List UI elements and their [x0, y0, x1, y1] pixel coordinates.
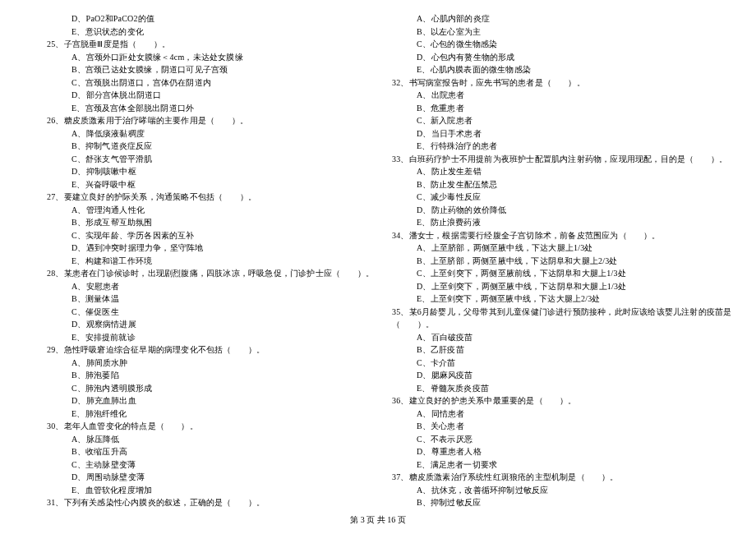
answer-option: B、防止发生配伍禁忌 [382, 178, 719, 191]
answer-option: A、抗休克，改善循环抑制过敏反应 [382, 484, 719, 497]
answer-option: C、新入院患者 [382, 114, 719, 127]
question-text: 27、要建立良好的护际关系，沟通策略不包括（ ）。 [37, 191, 357, 204]
answer-option: A、百白破疫苗 [382, 331, 719, 344]
answer-option: A、上至脐部，两侧至腋中线，下达大腿上1/3处 [382, 242, 719, 255]
answer-option: D、当日手术患者 [382, 127, 719, 140]
answer-option: D、上至剑突下，两侧至腋中线，下达阴阜和大腿上1/3处 [382, 280, 719, 293]
answer-option: E、安排提前就诊 [37, 331, 357, 344]
answer-option: A、宫颈外口距处女膜缘＜4cm，未达处女膜缘 [37, 51, 357, 64]
answer-option: D、周围动脉壁变薄 [37, 471, 357, 484]
answer-option: B、收缩压升高 [37, 445, 357, 458]
answer-option: B、形成互帮互助氛围 [37, 216, 357, 229]
right-column: A、心肌内部的炎症B、以左心室为主C、心包的微生物感染D、心包内有赘生物的形成E… [378, 12, 719, 501]
answer-option: D、防止药物的效价降低 [382, 204, 719, 217]
answer-option: B、肺泡萎陷 [37, 369, 357, 382]
answer-option: D、抑制咳嗽中枢 [37, 165, 357, 178]
answer-option: B、关心患者 [382, 420, 719, 433]
answer-option: C、宫颈脱出阴道口，宫体仍在阴道内 [37, 76, 357, 90]
answer-option: C、减少毒性反应 [382, 191, 719, 204]
answer-option: D、尊重患者人格 [382, 445, 719, 458]
answer-option: C、催促医生 [37, 306, 357, 319]
question-text: 28、某患者在门诊候诊时，出现剧烈腹痛，四肢冰凉，呼吸急促，门诊护士应（ ）。 [37, 267, 357, 280]
answer-option: B、以左心室为主 [382, 25, 719, 39]
answer-option: B、抑制气道炎症反应 [37, 140, 357, 153]
answer-option: A、防止发生差错 [382, 165, 719, 178]
answer-option: C、不表示厌恶 [382, 433, 719, 446]
answer-option: E、构建和谐工作环境 [37, 255, 357, 268]
question-text: 33、白班药疗护士不用提前为夜班护士配置肌内注射药物，应现用现配，目的是（ ）。 [382, 153, 719, 166]
answer-option: B、抑制过敏反应 [382, 496, 719, 509]
answer-option: D、肺充血肺出血 [37, 394, 357, 407]
answer-option: C、心包的微生物感染 [382, 38, 719, 51]
answer-option: E、心肌内膜表面的微生物感染 [382, 63, 719, 76]
answer-option: E、宫颈及宫体全部脱出阴道口外 [37, 102, 357, 115]
question-text: 36、建立良好的护患关系中最重要的是（ ）。 [382, 394, 719, 407]
answer-option: D、遇到冲突时据理力争，坚守阵地 [37, 242, 357, 255]
answer-option: C、主动脉壁变薄 [37, 458, 357, 472]
answer-option: E、行特殊治疗的患者 [382, 140, 719, 153]
answer-option: B、乙肝疫苗 [382, 343, 719, 357]
answer-option: D、腮麻风疫苗 [382, 369, 719, 382]
page-container: D、PaO2和PaCO2的值E、意识状态的变化25、子宫脱垂Ⅲ度是指（ ）。A、… [0, 0, 756, 501]
answer-option: E、上至剑突下，两侧至腋中线，下达大腿上2/3处 [382, 292, 719, 306]
answer-option: C、上至剑突下，两侧至腋前线，下达阴阜和大腿上1/3处 [382, 267, 719, 280]
answer-option: E、血管软化程度增加 [37, 484, 357, 497]
answer-option: A、降低痰液黏稠度 [37, 127, 357, 140]
answer-option: D、部分宫体脱出阴道口 [37, 89, 357, 102]
answer-option: E、防止浪费药液 [382, 216, 719, 229]
answer-option: B、危重患者 [382, 102, 719, 115]
answer-option: E、意识状态的变化 [37, 25, 357, 39]
question-text: 26、糖皮质激素用于治疗哮喘的主要作用是（ ）。 [37, 114, 357, 127]
answer-option: B、测量体温 [37, 292, 357, 306]
answer-option: C、舒张支气管平滑肌 [37, 153, 357, 166]
answer-option: C、卡介苗 [382, 357, 719, 370]
answer-option: D、PaO2和PaCO2的值 [37, 12, 357, 25]
answer-option: B、宫颈已达处女膜缘，阴道口可见子宫颈 [37, 63, 357, 76]
question-text: 37、糖皮质激素治疗系统性红斑狼疮的主型机制是（ ）。 [382, 471, 719, 484]
answer-option: D、观察病情进展 [37, 318, 357, 331]
answer-option: A、管理沟通人性化 [37, 204, 357, 217]
answer-option: A、同情患者 [382, 407, 719, 421]
question-text: （ ）。 [382, 318, 719, 331]
question-text: 32、书写病室报告时，应先书写的患者是（ ）。 [382, 76, 719, 90]
answer-option: A、出院患者 [382, 89, 719, 102]
page-footer: 第 3 页 共 16 页 [0, 514, 756, 526]
question-text: 30、老年人血管变化的特点是（ ）。 [37, 420, 357, 433]
left-column: D、PaO2和PaCO2的值E、意识状态的变化25、子宫脱垂Ⅲ度是指（ ）。A、… [37, 12, 378, 501]
answer-option: A、心肌内部的炎症 [382, 12, 719, 25]
answer-option: A、肺间质水肿 [37, 357, 357, 370]
question-text: 34、潘女士，根据需要行经腹全子宫切除术，前备皮范围应为（ ）。 [382, 229, 719, 242]
answer-option: C、实现年龄、学历各因素的互补 [37, 229, 357, 242]
answer-option: E、脊髓灰质炎疫苗 [382, 382, 719, 395]
answer-option: E、兴奋呼吸中枢 [37, 178, 357, 191]
answer-option: A、脉压降低 [37, 433, 357, 446]
question-text: 31、下列有关感染性心内膜炎的叙述，正确的是（ ）。 [37, 496, 357, 509]
answer-option: C、肺泡内透明膜形成 [37, 382, 357, 395]
question-text: 35、某6月龄婴儿，父母带其到儿童保健门诊进行预防接种，此时应该给该婴儿注射的疫… [382, 306, 719, 319]
question-text: 25、子宫脱垂Ⅲ度是指（ ）。 [37, 38, 357, 51]
answer-option: D、心包内有赘生物的形成 [382, 51, 719, 64]
answer-option: B、上至脐部，两侧至腋中线，下达阴阜和大腿上2/3处 [382, 255, 719, 268]
answer-option: A、安慰患者 [37, 280, 357, 293]
answer-option: E、肺泡纤维化 [37, 407, 357, 421]
answer-option: E、满足患者一切要求 [382, 458, 719, 472]
question-text: 29、急性呼吸窘迫综合征早期的病理变化不包括（ ）。 [37, 343, 357, 357]
